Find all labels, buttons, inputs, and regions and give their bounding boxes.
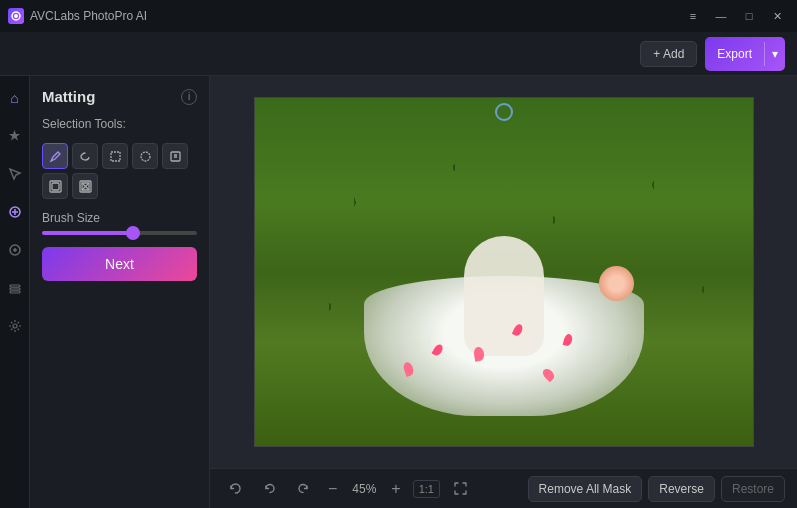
zoom-1to1-button[interactable]: 1:1 — [413, 480, 440, 498]
menu-button[interactable]: ≡ — [681, 6, 705, 26]
titlebar-left: AVCLabs PhotoPro AI — [8, 8, 147, 24]
bride-figure — [344, 216, 664, 416]
main-content: ⌂ — [0, 76, 797, 508]
app-title: AVCLabs PhotoPro AI — [30, 9, 147, 23]
fit-view-button[interactable] — [448, 476, 474, 502]
bottom-right-controls: Remove All Mask Reverse Restore — [528, 476, 785, 502]
tools-row — [42, 143, 197, 199]
window-controls: ≡ — □ ✕ — [681, 6, 789, 26]
magic-wand-button[interactable] — [162, 143, 188, 169]
photo-frame — [254, 97, 754, 447]
sidebar-item-enhance[interactable] — [3, 124, 27, 148]
brush-size-label: Brush Size — [42, 211, 197, 225]
sidebar-item-matting[interactable] — [3, 200, 27, 224]
export-arrow-icon[interactable]: ▾ — [764, 42, 785, 66]
info-icon[interactable]: i — [181, 89, 197, 105]
zoom-out-button[interactable]: − — [324, 481, 341, 497]
background-select-button[interactable] — [72, 173, 98, 199]
reverse-button[interactable]: Reverse — [648, 476, 715, 502]
close-button[interactable]: ✕ — [765, 6, 789, 26]
redo-button[interactable] — [290, 476, 316, 502]
svg-rect-4 — [10, 285, 20, 287]
panel-title: Matting — [42, 88, 95, 105]
next-button[interactable]: Next — [42, 247, 197, 281]
ellipse-select-button[interactable] — [132, 143, 158, 169]
icon-rail: ⌂ — [0, 76, 30, 508]
canvas-area: − 45% + 1:1 Remove All Mask Reverse Rest… — [210, 76, 797, 508]
bride-body — [464, 236, 544, 356]
sidebar-item-home[interactable]: ⌂ — [3, 86, 27, 110]
selection-tools: Selection Tools: — [42, 117, 197, 199]
sidebar-item-layers[interactable] — [3, 276, 27, 300]
minimize-button[interactable]: — — [709, 6, 733, 26]
export-label: Export — [705, 42, 764, 66]
brush-slider-wrap — [42, 231, 197, 235]
lasso-tool-button[interactable] — [72, 143, 98, 169]
export-button[interactable]: Export ▾ — [705, 37, 785, 71]
canvas-viewport[interactable] — [210, 76, 797, 468]
selection-tools-label: Selection Tools: — [42, 117, 197, 131]
undo-button[interactable] — [256, 476, 282, 502]
panel-header: Matting i — [42, 88, 197, 105]
app-icon — [8, 8, 24, 24]
svg-rect-5 — [10, 288, 20, 290]
foreground-select-button[interactable] — [42, 173, 68, 199]
bottom-toolbar: − 45% + 1:1 Remove All Mask Reverse Rest… — [210, 468, 797, 508]
zoom-in-button[interactable]: + — [387, 481, 404, 497]
bottom-left-controls: − 45% + 1:1 — [222, 476, 474, 502]
svg-point-1 — [14, 14, 18, 18]
add-button[interactable]: + Add — [640, 41, 697, 67]
svg-rect-6 — [10, 291, 20, 293]
maximize-button[interactable]: □ — [737, 6, 761, 26]
reset-button[interactable] — [222, 476, 248, 502]
zoom-value: 45% — [349, 482, 379, 496]
svg-rect-12 — [52, 183, 59, 190]
titlebar: AVCLabs PhotoPro AI ≡ — □ ✕ — [0, 0, 797, 32]
sidebar-item-settings[interactable] — [3, 314, 27, 338]
header-toolbar: + Add Export ▾ — [0, 32, 797, 76]
sidebar-item-select[interactable] — [3, 162, 27, 186]
restore-button[interactable]: Restore — [721, 476, 785, 502]
left-panel: Matting i Selection Tools: — [30, 76, 210, 508]
svg-rect-8 — [111, 152, 120, 161]
pen-tool-button[interactable] — [42, 143, 68, 169]
header-actions: + Add Export ▾ — [640, 37, 785, 71]
brush-size-slider[interactable] — [42, 231, 197, 235]
remove-all-mask-button[interactable]: Remove All Mask — [528, 476, 643, 502]
svg-point-9 — [141, 152, 150, 161]
rect-select-button[interactable] — [102, 143, 128, 169]
brush-section: Brush Size — [42, 211, 197, 235]
sidebar-item-retouch[interactable] — [3, 238, 27, 262]
svg-point-7 — [13, 324, 17, 328]
bouquet — [599, 266, 634, 301]
